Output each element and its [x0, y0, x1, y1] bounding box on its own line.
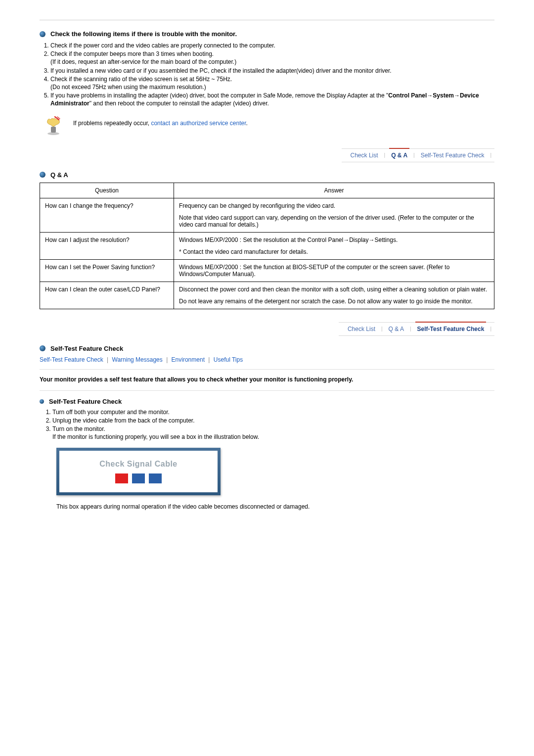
check-item-text: If you installed a new video card or if …	[50, 67, 392, 74]
step-text: Unplug the video cable from the back of …	[52, 417, 195, 424]
link-separator: |	[166, 356, 168, 363]
selftest-step: Turn off both your computer and the moni…	[52, 408, 494, 416]
link-warning-messages[interactable]: Warning Messages	[112, 356, 163, 363]
table-row: How can I adjust the resolution? Windows…	[40, 232, 494, 259]
qa-answer: Frequency can be changed by reconfigurin…	[174, 198, 494, 232]
selftest-note: This box appears during normal operation…	[56, 503, 494, 510]
table-row: How can I set the Power Saving function?…	[40, 259, 494, 282]
bullet-icon	[40, 31, 45, 37]
signal-inner: Check Signal Cable	[59, 451, 218, 492]
tab-self-test[interactable]: Self-Test Feature Check	[411, 325, 490, 333]
signal-text: Check Signal Cable	[65, 460, 212, 469]
note-prefix: If problems repeatedly occur,	[73, 120, 151, 127]
link-self-test[interactable]: Self-Test Feature Check	[40, 356, 103, 363]
tab-separator: |	[490, 326, 491, 331]
check-item-sub: (Do not exceed 75Hz when using the maxim…	[50, 84, 206, 91]
step-text: Turn off both your computer and the moni…	[52, 409, 170, 416]
col-answer: Answer	[174, 183, 494, 198]
col-question: Question	[40, 183, 174, 198]
selftest-step: Turn on the monitor. If the monitor is f…	[52, 425, 494, 441]
qa-answer-para: Windows ME/XP/2000 : Set the resolution …	[179, 236, 489, 243]
tab-qa[interactable]: Q & A	[385, 151, 413, 160]
selftest-title: Self-Test Feature Check	[50, 345, 123, 352]
note-suffix: .	[246, 120, 248, 127]
qa-answer-para: * Contact the video card manufacturer fo…	[179, 248, 489, 255]
link-useful-tips[interactable]: Useful Tips	[214, 356, 243, 363]
green-square-icon	[132, 473, 145, 483]
qa-question: How can I clean the outer case/LCD Panel…	[40, 282, 174, 309]
selftest-sublinks: Self-Test Feature Check | Warning Messag…	[40, 356, 494, 363]
qa-answer: Windows ME/XP/2000 : Set the resolution …	[174, 232, 494, 259]
tab-self-test[interactable]: Self-Test Feature Check	[415, 151, 490, 160]
qa-answer-para: Disconnect the power cord and then clean…	[179, 286, 489, 293]
red-square-icon	[115, 473, 128, 483]
qa-answer-para: Do not leave any remains of the detergen…	[179, 298, 489, 305]
bullet-icon	[40, 172, 45, 178]
note-row: If problems repeatedly occur, contact an…	[44, 116, 494, 136]
blue-square-icon	[149, 473, 162, 483]
link-separator: |	[208, 356, 210, 363]
check-item: Check if the computer beeps more than 3 …	[50, 50, 494, 66]
divider	[40, 369, 494, 370]
check-item: Check if the power cord and the video ca…	[50, 42, 494, 49]
link-environment[interactable]: Environment	[172, 356, 205, 363]
table-header-row: Question Answer	[40, 183, 494, 198]
note-text: If problems repeatedly occur, contact an…	[73, 116, 248, 127]
check-title: Check the following items if there is tr…	[50, 30, 237, 38]
tab-check-list[interactable]: Check List	[345, 151, 384, 160]
check-list: Check if the power cord and the video ca…	[40, 42, 494, 108]
qa-section-header: Q & A	[40, 171, 494, 179]
selftest-intro: Your monitor provides a self test featur…	[40, 376, 494, 383]
tab-bar: Check List | Q & A | Self-Test Feature C…	[40, 148, 494, 162]
signal-box: Check Signal Cable	[56, 448, 221, 495]
qa-answer-para: Windows ME/XP/2000 : Set the function at…	[179, 264, 489, 278]
svg-rect-1	[51, 127, 56, 133]
qa-table: Question Answer How can I change the fre…	[40, 183, 494, 309]
selftest-sub-title: Self-Test Feature Check	[49, 398, 122, 405]
selftest-step: Unplug the video cable from the back of …	[52, 417, 494, 425]
rgb-squares	[65, 473, 212, 483]
step-text: Turn on the monitor.	[52, 425, 105, 432]
table-row: How can I clean the outer case/LCD Panel…	[40, 282, 494, 309]
qa-question: How can I adjust the resolution?	[40, 232, 174, 259]
tab-check-list[interactable]: Check List	[342, 325, 381, 333]
qa-question: How can I change the frequency?	[40, 198, 174, 232]
selftest-steps: Turn off both your computer and the moni…	[52, 408, 494, 441]
check-item-text: Check if the computer beeps more than 3 …	[50, 50, 214, 57]
divider	[40, 20, 494, 20]
qa-answer: Disconnect the power cord and then clean…	[174, 282, 494, 309]
note-icon	[44, 116, 63, 136]
step-text: If the monitor is functioning properly, …	[52, 433, 259, 440]
selftest-section-header: Self-Test Feature Check	[40, 345, 494, 352]
check-item-text: Check if the scanning ratio of the video…	[50, 76, 232, 83]
bullet-icon	[40, 399, 44, 404]
tab-qa[interactable]: Q & A	[383, 325, 410, 333]
qa-answer-para: Frequency can be changed by reconfigurin…	[179, 202, 489, 209]
check-item: If you have problems in installing the a…	[50, 92, 494, 107]
bullet-icon	[40, 345, 45, 351]
qa-answer: Windows ME/XP/2000 : Set the function at…	[174, 259, 494, 282]
check-item-sub: (If it does, request an after-service fo…	[50, 58, 236, 65]
check-item: Check if the scanning ratio of the video…	[50, 75, 494, 91]
divider	[40, 390, 494, 391]
qa-title: Q & A	[50, 171, 68, 179]
link-separator: |	[107, 356, 108, 363]
check-item-text: Check if the power cord and the video ca…	[50, 42, 275, 49]
service-center-link[interactable]: contact an authorized service center	[151, 120, 246, 127]
check-section-header: Check the following items if there is tr…	[40, 30, 494, 38]
qa-answer-para: Note that video card support can vary, d…	[179, 214, 489, 228]
page-container: Check the following items if there is tr…	[0, 0, 534, 533]
signal-box-wrap: Check Signal Cable	[56, 448, 494, 495]
check-item-text: If you have problems in installing the a…	[50, 92, 388, 99]
table-row: How can I change the frequency? Frequenc…	[40, 198, 494, 232]
tab-separator: |	[490, 152, 491, 158]
check-item-tail: " and then reboot the computer to reinst…	[89, 100, 269, 107]
check-item: If you installed a new video card or if …	[50, 67, 494, 75]
selftest-sub-header: Self-Test Feature Check	[40, 398, 494, 405]
qa-question: How can I set the Power Saving function?	[40, 259, 174, 282]
tab-bar: Check List | Q & A | Self-Test Feature C…	[40, 322, 494, 336]
